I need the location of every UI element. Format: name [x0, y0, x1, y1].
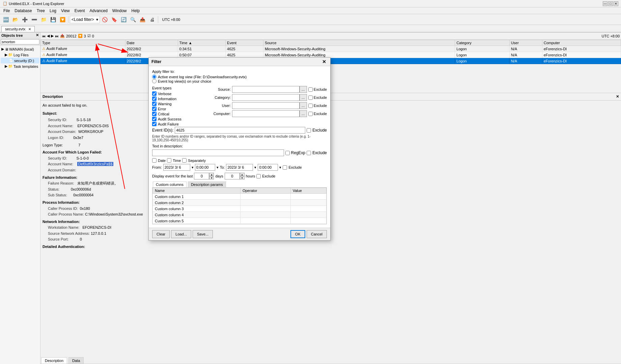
to-time-spin-icon[interactable]: ▾ — [279, 165, 281, 170]
cb-information: Information — [152, 96, 206, 101]
source-input[interactable] — [232, 86, 300, 93]
text-desc-row: Text in description: — [152, 144, 327, 148]
from-date-input[interactable] — [163, 164, 190, 171]
custom-op-4 — [240, 212, 290, 218]
cb-critical-label: Critical — [158, 112, 169, 116]
cb-audit-failure-input[interactable] — [152, 122, 157, 126]
cb-critical-input[interactable] — [152, 112, 157, 116]
event-types-title: Event types — [152, 86, 206, 90]
date-check[interactable] — [152, 158, 157, 163]
to-date-spin-icon[interactable]: ▾ — [254, 165, 256, 170]
col-name[interactable]: Name — [153, 188, 241, 194]
days-down-btn[interactable]: ▼ — [209, 176, 214, 179]
regexp-label: RegExp — [291, 150, 306, 155]
cb-information-input[interactable] — [152, 96, 157, 101]
custom-row-3[interactable]: Custom column 3 — [153, 206, 327, 212]
custom-row-5[interactable]: Custom column 5 — [153, 218, 327, 224]
days-label: days — [215, 174, 223, 178]
days-spin-buttons: ▲ ▼ — [209, 173, 214, 179]
date-range-row: From: ▾ ▾ To: ▾ ▾ Exclude — [152, 164, 327, 171]
cancel-button[interactable]: Cancel — [307, 230, 327, 238]
radio-active-input[interactable] — [152, 75, 157, 79]
col-operator[interactable]: Operator — [240, 188, 290, 194]
computer-browse-btn[interactable]: … — [300, 110, 307, 117]
hours-down-btn[interactable]: ▼ — [240, 176, 245, 179]
category-exclude-input[interactable] — [308, 95, 313, 100]
user-browse-btn[interactable]: … — [300, 102, 307, 109]
separately-check[interactable] — [182, 158, 187, 163]
clear-button[interactable]: Clear — [152, 230, 170, 238]
time-check[interactable] — [167, 158, 171, 163]
event-id-input[interactable] — [175, 127, 305, 134]
two-col-section: Event types Verbose Information Warning … — [152, 86, 327, 127]
cb-warning-input[interactable] — [152, 102, 157, 106]
hours-input[interactable] — [225, 173, 240, 179]
load-button[interactable]: Load... — [171, 230, 191, 238]
col-value[interactable]: Value — [290, 188, 326, 194]
to-time-input[interactable] — [258, 164, 278, 171]
user-input[interactable] — [232, 102, 300, 109]
custom-name-2: Custom column 2 — [153, 200, 241, 206]
category-input[interactable] — [232, 94, 300, 101]
source-field-row: Source: … Exclude — [209, 86, 327, 93]
footer-right-buttons: OK Cancel — [290, 230, 327, 238]
save-button[interactable]: Save... — [193, 230, 213, 238]
time-label: Time — [173, 159, 181, 163]
radio-choice-label: Event log view(s) on your choice — [158, 79, 211, 83]
dialog-footer: Clear Load... Save... OK Cancel — [149, 228, 330, 240]
event-id-section: Event ID(s): Exclude Enter ID numbers an… — [152, 127, 327, 142]
custom-row-1[interactable]: Custom column 1 — [153, 194, 327, 200]
text-exclude-label: Exclude — [312, 150, 327, 155]
apply-filter-label: Apply filter to: — [152, 69, 327, 74]
hours-up-btn[interactable]: ▲ — [240, 173, 245, 176]
event-id-exclude-input[interactable] — [307, 128, 311, 133]
to-label: To: — [220, 165, 225, 169]
cb-error-input[interactable] — [152, 107, 157, 111]
date-spin-icon[interactable]: ▾ — [192, 165, 194, 170]
radio-choice-view: Event log view(s) on your choice — [152, 79, 327, 83]
custom-tab-columns[interactable]: Custom columns — [153, 181, 187, 187]
radio-choice-input[interactable] — [152, 79, 157, 83]
hours-spin-buttons: ▲ ▼ — [240, 173, 245, 179]
event-id-exclude-label: Exclude — [312, 128, 327, 133]
cb-error-label: Error — [158, 107, 166, 111]
date-exclude-check[interactable] — [283, 165, 287, 170]
regexp-check[interactable] — [285, 151, 290, 155]
source-browse-btn[interactable]: … — [300, 86, 307, 93]
cb-verbose-input[interactable] — [152, 91, 157, 96]
custom-name-4: Custom column 4 — [153, 212, 241, 218]
from-time-input[interactable] — [195, 164, 215, 171]
time-spin-icon[interactable]: ▾ — [217, 165, 219, 170]
event-id-label: Event ID(s): — [152, 128, 173, 133]
custom-tab-desc-params[interactable]: Description params — [188, 181, 226, 187]
to-date-input[interactable] — [226, 164, 253, 171]
cb-audit-success-label: Audit Success — [158, 117, 181, 121]
ok-button[interactable]: OK — [290, 230, 305, 238]
dialog-close-button[interactable]: ✕ — [321, 59, 328, 64]
hours-exclude-check[interactable] — [256, 174, 261, 178]
days-input[interactable] — [194, 173, 209, 179]
user-exclude-check: Exclude — [308, 104, 327, 108]
category-browse-btn[interactable]: … — [300, 94, 307, 101]
user-exclude-input[interactable] — [308, 104, 313, 108]
cb-critical: Critical — [152, 112, 206, 116]
computer-exclude-input[interactable] — [308, 112, 313, 116]
custom-val-4 — [290, 212, 326, 218]
dialog-body: Apply filter to: Active event log view (… — [149, 66, 330, 228]
user-exclude-label: Exclude — [314, 104, 327, 108]
dialog-title-text: Filter — [151, 59, 161, 64]
date-check-row: Date Time Separately — [152, 158, 327, 163]
cb-audit-success-input[interactable] — [152, 117, 157, 121]
text-desc-input[interactable] — [152, 149, 284, 156]
custom-row-4[interactable]: Custom column 4 — [153, 212, 327, 218]
custom-val-5 — [290, 218, 326, 224]
date-exclude-label: Exclude — [288, 165, 302, 169]
from-label: From: — [152, 165, 162, 169]
cb-verbose-label: Verbose — [158, 92, 171, 96]
custom-row-2[interactable]: Custom column 2 — [153, 200, 327, 206]
text-exclude-check[interactable] — [307, 151, 311, 155]
source-exclude-input[interactable] — [308, 87, 313, 92]
hours-exclude-label: Exclude — [262, 174, 275, 178]
computer-input[interactable] — [232, 110, 300, 117]
days-up-btn[interactable]: ▲ — [209, 173, 214, 176]
